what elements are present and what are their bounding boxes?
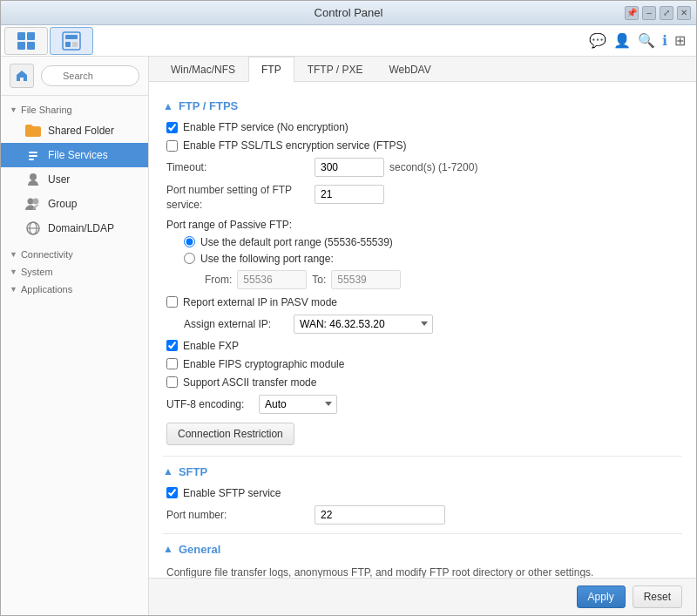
support-ascii-checkbox[interactable]	[166, 376, 178, 388]
user-label: User	[48, 173, 70, 186]
search-input[interactable]	[41, 65, 139, 86]
user-icon	[25, 172, 41, 187]
svg-rect-9	[29, 152, 37, 153]
enable-fips-checkbox[interactable]	[166, 358, 178, 369]
general-toggle-icon[interactable]: ▲	[163, 543, 173, 555]
shared-folder-label: Shared Folder	[48, 125, 114, 137]
passive-label-row: Port range of Passive FTP:	[163, 219, 682, 231]
grid-icon-button[interactable]: ⊞	[674, 32, 686, 49]
connection-restriction-button[interactable]: Connection Restriction	[166, 423, 294, 445]
domain-icon	[25, 220, 41, 236]
file-services-label: File Services	[48, 149, 108, 161]
group-svg-icon	[25, 197, 41, 211]
port-ftp-label: Port number setting of FTP service:	[166, 183, 315, 213]
user-icon-button[interactable]: 👤	[613, 32, 631, 49]
bottom-bar: Apply Reset	[149, 578, 696, 615]
use-default-row: Use the default port range (55536-55539)	[184, 236, 682, 248]
port-ftp-row: Port number setting of FTP service:	[163, 183, 682, 213]
from-port-input[interactable]	[237, 270, 307, 289]
domain-label: Domain/LDAP	[48, 222, 114, 234]
sidebar-item-group[interactable]: Group	[1, 192, 148, 216]
close-button[interactable]: ✕	[677, 6, 691, 20]
timeout-input[interactable]	[315, 158, 384, 177]
svg-rect-10	[29, 155, 37, 157]
domain-svg-icon	[25, 221, 41, 235]
apps-taskbar-button[interactable]	[4, 27, 48, 55]
enable-fips-row: Enable FIPS cryptographic module	[163, 358, 682, 370]
utf8-select[interactable]: Auto Always Never	[259, 395, 337, 414]
to-label: To:	[312, 274, 326, 286]
folder-icon	[25, 123, 41, 139]
reset-button[interactable]: Reset	[633, 586, 682, 608]
port-ftp-input[interactable]	[315, 185, 384, 204]
utf8-row: UTF-8 encoding: Auto Always Never	[163, 395, 682, 414]
enable-ftps-checkbox[interactable]	[166, 140, 178, 152]
enable-sftp-checkbox[interactable]	[166, 487, 178, 498]
sidebar-item-domain[interactable]: Domain/LDAP	[1, 216, 148, 240]
assign-ip-select[interactable]: WAN: 46.32.53.20	[294, 315, 433, 334]
pin-button[interactable]: 📌	[625, 6, 639, 20]
sidebar-item-user[interactable]: User	[1, 167, 148, 192]
sidebar-item-file-services[interactable]: File Services	[1, 143, 148, 167]
tab-tftp-pxe[interactable]: TFTP / PXE	[294, 57, 376, 82]
minimize-button[interactable]: –	[642, 6, 656, 20]
ftp-toggle-icon[interactable]: ▲	[163, 100, 173, 112]
connectivity-header[interactable]: ▼ Connectivity	[1, 246, 148, 263]
main-window: Control Panel 📌 – ⤢ ✕	[0, 0, 697, 616]
file-services-icon	[25, 147, 41, 163]
support-ascii-label: Support ASCII transfer mode	[183, 376, 316, 389]
maximize-button[interactable]: ⤢	[660, 6, 673, 20]
apply-button[interactable]: Apply	[577, 586, 626, 608]
applications-label: Applications	[21, 284, 72, 294]
home-button[interactable]	[10, 64, 34, 88]
main-area: ▼ File Sharing Shared Folder	[1, 57, 696, 615]
svg-rect-1	[27, 32, 35, 40]
timeout-row: Timeout: second(s) (1-7200)	[163, 158, 682, 177]
search-icon-button[interactable]: 🔍	[638, 32, 655, 49]
report-external-row: Report external IP in PASV mode	[163, 296, 682, 308]
applications-header[interactable]: ▼ Applications	[1, 281, 148, 298]
sftp-toggle-icon[interactable]: ▲	[163, 465, 173, 477]
enable-ftp-checkbox[interactable]	[166, 122, 178, 133]
svg-rect-5	[65, 35, 78, 39]
general-section-header: ▲ General	[163, 543, 682, 556]
file-sharing-header[interactable]: ▼ File Sharing	[1, 101, 148, 118]
control-panel-taskbar-button[interactable]	[50, 27, 93, 55]
use-following-radio[interactable]	[184, 253, 195, 264]
ftp-section-header: ▲ FTP / FTPS	[163, 99, 682, 112]
file-services-svg-icon	[25, 147, 41, 163]
tab-bar: Win/Mac/NFS FTP TFTP / PXE WebDAV	[149, 57, 696, 82]
sidebar-item-shared-folder[interactable]: Shared Folder	[1, 118, 148, 143]
tab-webdav[interactable]: WebDAV	[376, 57, 443, 82]
connectivity-label: Connectivity	[21, 249, 73, 260]
window-title: Control Panel	[315, 6, 383, 19]
assign-ip-label: Assign external IP:	[184, 318, 288, 330]
home-icon	[16, 70, 28, 82]
sftp-general-divider	[163, 533, 682, 534]
sftp-section-header: ▲ SFTP	[163, 465, 682, 478]
svg-point-14	[33, 199, 39, 205]
ftp-sftp-divider	[163, 456, 682, 457]
ftp-section-title: FTP / FTPS	[179, 99, 238, 112]
enable-sftp-row: Enable SFTP service	[163, 487, 682, 499]
tab-win-mac-nfs[interactable]: Win/Mac/NFS	[158, 57, 248, 82]
sftp-port-input[interactable]	[315, 505, 445, 525]
enable-fips-label: Enable FIPS cryptographic module	[183, 358, 344, 370]
enable-fxp-checkbox[interactable]	[166, 340, 178, 351]
report-external-label: Report external IP in PASV mode	[183, 296, 337, 308]
to-port-input[interactable]	[331, 270, 401, 289]
report-external-checkbox[interactable]	[166, 296, 178, 308]
help-icon-button[interactable]: ℹ	[662, 32, 667, 49]
content-area: Win/Mac/NFS FTP TFTP / PXE WebDAV ▲ FTP …	[149, 57, 696, 615]
use-following-label: Use the following port range:	[200, 253, 334, 265]
system-header[interactable]: ▼ System	[1, 263, 148, 281]
tab-ftp[interactable]: FTP	[248, 57, 294, 82]
use-default-radio[interactable]	[184, 236, 195, 247]
taskbar: 💬 👤 🔍 ℹ ⊞	[1, 25, 696, 57]
connectivity-arrow-icon: ▼	[10, 250, 17, 259]
sftp-port-row: Port number:	[163, 505, 682, 525]
user-svg-icon	[26, 173, 40, 186]
sidebar: ▼ File Sharing Shared Folder	[1, 57, 149, 615]
chat-icon-button[interactable]: 💬	[589, 32, 606, 49]
assign-ip-row: Assign external IP: WAN: 46.32.53.20	[163, 315, 682, 334]
